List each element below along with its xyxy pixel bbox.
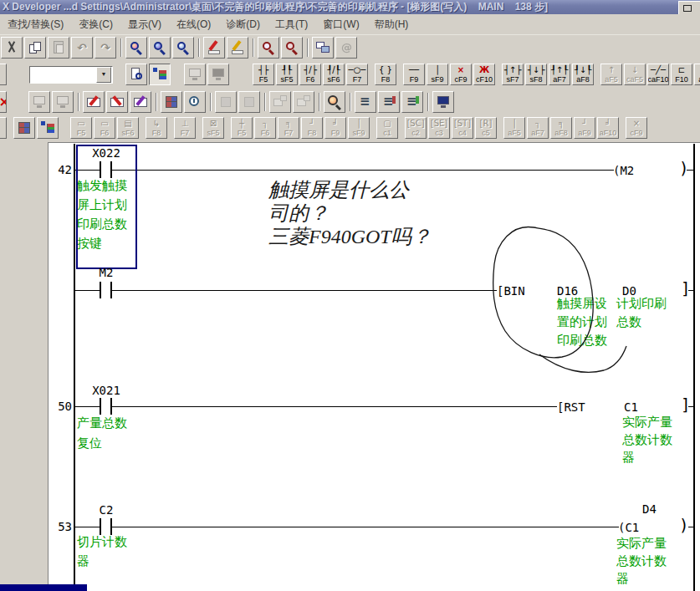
device-memory-button[interactable] <box>161 91 182 113</box>
symbol-glyph: ↳ <box>153 119 160 129</box>
symbol-glyph: { } <box>379 65 392 75</box>
sfc-delete-line-button: ×cF9 <box>626 117 647 139</box>
entry-monitor-button[interactable] <box>432 91 454 113</box>
key-label: aF5 <box>605 75 618 84</box>
key-label: F6 <box>261 129 270 137</box>
read-mode-button[interactable] <box>83 91 105 113</box>
clipped-toolbar-button[interactable] <box>0 117 7 139</box>
menu-online[interactable]: 在线(O) <box>169 16 218 33</box>
zoom-out-icon <box>284 39 300 56</box>
find-instruction-button[interactable] <box>172 37 194 59</box>
delete-horizontal-line-button[interactable]: ×cF9 <box>450 64 472 85</box>
menu-tools[interactable]: 工具(T) <box>268 16 315 33</box>
symbol-glyph: × <box>457 65 464 75</box>
instruction-list-icon <box>186 66 203 83</box>
parallel-falling-pulse-button[interactable]: ┦↓┞aF8 <box>572 64 594 85</box>
key-label: c5 <box>482 129 490 137</box>
key-label: F7 <box>284 129 294 137</box>
title-bar[interactable]: X Developer ...d Settings\Administrator\… <box>0 0 700 14</box>
symbol-glyph: ┦┞ <box>282 65 292 75</box>
find-contact-coil-button[interactable] <box>324 91 345 113</box>
key-label: c3 <box>435 129 443 137</box>
ladder-insert-write-button[interactable] <box>227 37 248 59</box>
delete-vertical-line-button[interactable]: ЖcF10 <box>473 64 495 85</box>
menu-diagnostics[interactable]: 诊断(D) <box>218 16 268 33</box>
program-check-button[interactable] <box>125 64 147 85</box>
closed-contact-button[interactable]: ┤/├F6 <box>299 64 321 85</box>
monitor-stop-button <box>52 91 74 113</box>
symbol-glyph: ┤├ <box>258 65 268 75</box>
write-mode-button[interactable] <box>106 91 128 113</box>
program-select-combo[interactable]: ▼ <box>29 66 113 84</box>
comment-display-button[interactable] <box>355 91 376 113</box>
clipped-toolbar-button[interactable] <box>0 64 7 85</box>
find-device-button[interactable] <box>149 37 171 59</box>
zoom-in-button[interactable] <box>258 37 279 59</box>
find-icon <box>128 39 145 56</box>
window-restore-button[interactable] <box>678 1 700 14</box>
find-button[interactable] <box>125 37 147 59</box>
monitor-write-mode-button[interactable] <box>130 91 151 113</box>
project-data-list-button[interactable] <box>13 117 35 139</box>
symbol-glyph: ┦↑┞ <box>551 65 568 75</box>
tile-horizontally-icon <box>295 94 312 110</box>
cascade-windows-button[interactable] <box>312 37 334 59</box>
sfc-jump-button: ↳F8 <box>146 117 167 139</box>
erase-line-button[interactable]: ⊠aF9 <box>694 64 700 85</box>
cut-button[interactable] <box>1 37 23 59</box>
copy-icon <box>27 39 43 56</box>
ladder-write-button[interactable] <box>203 37 225 59</box>
copy-button[interactable] <box>24 37 46 59</box>
chevron-down-icon[interactable]: ▼ <box>96 67 111 83</box>
note-display-button[interactable] <box>401 91 423 113</box>
vertical-line-button[interactable]: │sF9 <box>427 64 448 85</box>
key-label: caF10 <box>648 75 669 84</box>
application-instruction-button[interactable]: { }F8 <box>375 64 396 85</box>
symbol-glyph: ▤ <box>124 119 131 129</box>
device-memory-icon <box>163 94 180 110</box>
zoom-out-button[interactable] <box>281 37 303 59</box>
sfc-vertical-line-button: │sF9 <box>348 117 370 139</box>
symbol-glyph: Ж <box>479 65 489 75</box>
draw-line-button[interactable]: ⊏F10 <box>671 64 692 85</box>
falling-pulse-button[interactable]: ┤↓├sF8 <box>525 64 547 85</box>
symbol-glyph: [R] <box>480 119 493 129</box>
parallel-open-contact-button[interactable]: ┦┞sF5 <box>276 64 298 85</box>
menu-find-replace[interactable]: 查找/替换(S) <box>0 16 71 33</box>
undo-button: ↶ <box>71 37 93 59</box>
symbol-glyph: ╛ <box>333 119 338 129</box>
invert-result-button[interactable]: ─╱─caF10 <box>647 64 669 85</box>
menu-help[interactable]: 帮助(H) <box>367 16 416 33</box>
key-label: aF9 <box>578 129 591 137</box>
device-timer-button[interactable] <box>184 91 206 113</box>
sfc-simultaneous-divergence-button: ╕F7 <box>278 117 299 139</box>
symbol-glyph: ▭ <box>100 119 108 129</box>
parallel-rising-pulse-button[interactable]: ┦↑┞aF7 <box>549 64 570 85</box>
statement-display-button[interactable] <box>378 91 400 113</box>
sfc-line-af7-button: ┐aF7 <box>527 117 549 139</box>
key-label: aF8 <box>554 129 568 137</box>
sfc-step-button: ▭F5 <box>70 117 92 139</box>
key-label: sF5 <box>280 75 293 84</box>
coil-button[interactable]: ─○─F7 <box>346 64 368 85</box>
find-contact-coil-icon <box>326 94 343 110</box>
menu-window[interactable]: 窗口(W) <box>315 16 366 33</box>
menu-display[interactable]: 显示(V) <box>120 16 169 33</box>
menu-convert[interactable]: 变换(C) <box>71 16 120 33</box>
symbol-glyph: ┼ <box>239 119 244 129</box>
undo-icon: ↶ <box>77 41 87 54</box>
parallel-closed-contact-button[interactable]: ┦/┞sF6 <box>323 64 345 85</box>
key-label: F5 <box>238 129 247 137</box>
open-contact-button[interactable]: ┤├F5 <box>253 64 274 85</box>
ladder-canvas[interactable] <box>48 142 700 591</box>
find-instruction-icon <box>175 39 192 56</box>
plc-write-icon <box>241 94 258 110</box>
ladder-insert-write-icon <box>229 39 246 56</box>
data-tree-button[interactable] <box>37 117 59 139</box>
horizontal-line-button[interactable]: ──F9 <box>403 64 425 85</box>
ladder-symbol-mode-button[interactable] <box>149 64 171 85</box>
symbol-glyph: │ <box>356 119 361 129</box>
device-test-button[interactable] <box>0 91 7 113</box>
rising-pulse-button[interactable]: ┤↑├sF7 <box>502 64 524 85</box>
symbol-glyph: ── <box>409 65 419 75</box>
